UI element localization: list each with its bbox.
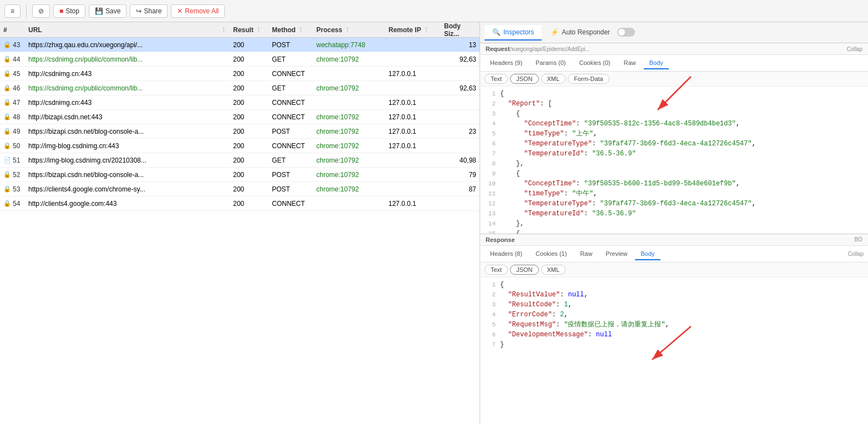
tab-auto-responder[interactable]: ⚡ Auto Responder xyxy=(543,24,643,41)
row-url: https://img-blog.csdnimg.cn/20210308... xyxy=(25,157,230,164)
row-result: 200 xyxy=(230,157,269,164)
row-remoteip: 127.0.0.1 xyxy=(385,113,441,121)
row-method: GET xyxy=(269,55,313,63)
code-line: 6 "DevelopmentMessage": null xyxy=(480,330,868,340)
save-button[interactable]: 💾 Save xyxy=(89,4,127,18)
response-format-xml[interactable]: XML xyxy=(541,265,566,275)
table-row[interactable]: 🔒48 http://bizapi.csdn.net:443 200 CONNE… xyxy=(0,110,480,124)
table-row[interactable]: 🔒47 http://csdnimg.cn:443 200 CONNECT 12… xyxy=(0,95,480,110)
table-row[interactable]: 🔒46 https://csdnimg.cn/public/common/lib… xyxy=(0,81,480,95)
row-result: 200 xyxy=(230,41,269,49)
code-line: 10 "ConceptTime": "39f50535-b600-11d5-bd… xyxy=(480,179,868,189)
row-method: CONNECT xyxy=(269,142,313,150)
request-header: Request /xuegong/api/Epidemic/AddEpi... … xyxy=(480,43,868,55)
row-result: 200 xyxy=(230,128,269,135)
table-row[interactable]: 📄51 https://img-blog.csdnimg.cn/20210308… xyxy=(0,153,480,168)
filter-button[interactable]: ⊘ xyxy=(32,4,50,18)
method-col-options-icon[interactable]: ⋮ xyxy=(298,27,304,33)
row-num: 🔒50 xyxy=(0,142,25,150)
request-tab-cookies[interactable]: Cookies (0) xyxy=(573,57,615,69)
table-header: # URL ⋮ Result ⋮ Method ⋮ Process ⋮ Remo… xyxy=(0,22,480,38)
row-url: http://clients4.google.com:443 xyxy=(25,200,230,208)
lock-green-icon: 🔒 xyxy=(3,128,11,135)
code-line: 1{ xyxy=(480,280,868,290)
row-method: CONNECT xyxy=(269,70,313,78)
row-bodysize: 23 xyxy=(441,128,480,135)
response-tab-body[interactable]: Body xyxy=(635,248,660,260)
code-line: 5 "timeType": "上午", xyxy=(480,129,868,139)
share-button[interactable]: ↪ Share xyxy=(130,4,168,18)
auto-responder-toggle[interactable] xyxy=(617,28,635,37)
request-format-json[interactable]: JSON xyxy=(510,74,538,84)
row-process: chrome:10792 xyxy=(313,55,385,63)
col-header-method: Method ⋮ xyxy=(269,26,313,34)
auto-responder-icon: ⚡ xyxy=(551,28,559,36)
process-col-options-icon[interactable]: ⋮ xyxy=(345,27,350,33)
code-line: 4 "ErrorCode": 2, xyxy=(480,310,868,320)
table-row[interactable]: 🔒44 https://csdnimg.cn/public/common/lib… xyxy=(0,52,480,67)
row-process: chrome:10792 xyxy=(313,185,385,193)
row-method: POST xyxy=(269,185,313,193)
panels-container: Request /xuegong/api/Epidemic/AddEpi... … xyxy=(480,43,868,424)
request-tab-params[interactable]: Params (0) xyxy=(530,57,571,69)
request-format-xml[interactable]: XML xyxy=(541,74,566,84)
code-line: 9 { xyxy=(480,169,868,179)
table-row[interactable]: 🔒52 https://bizapi.csdn.net/blog-console… xyxy=(0,168,480,182)
response-tab-cookies[interactable]: Cookies (1) xyxy=(530,248,572,260)
request-format-formdata[interactable]: Form-Data xyxy=(568,74,609,84)
row-bodysize: 87 xyxy=(441,185,480,193)
response-tab-preview[interactable]: Preview xyxy=(600,248,633,260)
row-remoteip: 127.0.0.1 xyxy=(385,99,441,107)
share-icon: ↪ xyxy=(136,7,142,15)
table-row[interactable]: 🔒45 http://csdnimg.cn:443 200 CONNECT 12… xyxy=(0,67,480,81)
toggle-thumb xyxy=(618,29,625,36)
response-tab-raw[interactable]: Raw xyxy=(574,248,598,260)
response-format-json[interactable]: JSON xyxy=(510,265,538,275)
row-method: CONNECT xyxy=(269,113,313,121)
row-bodysize: 13 xyxy=(441,41,480,49)
table-row[interactable]: 🔒49 https://bizapi.csdn.net/blog-console… xyxy=(0,124,480,139)
response-collapse-label[interactable]: Collap xyxy=(848,251,864,257)
response-format-text[interactable]: Text xyxy=(485,265,508,275)
response-format-tabs: Text JSON XML xyxy=(480,263,868,277)
stop-button[interactable]: ■ Stop xyxy=(53,4,85,18)
col-header-remoteip: Remote IP ⋮ xyxy=(385,26,441,34)
row-num: 🔒52 xyxy=(0,171,25,179)
row-num: 📄51 xyxy=(0,157,25,164)
row-method: GET xyxy=(269,84,313,92)
request-format-text[interactable]: Text xyxy=(485,74,508,84)
response-tab-headers[interactable]: Headers (8) xyxy=(485,248,528,260)
row-remoteip: 127.0.0.1 xyxy=(385,142,441,150)
row-process: chrome:10792 xyxy=(313,113,385,121)
row-result: 200 xyxy=(230,142,269,150)
remove-all-button[interactable]: ✕ Remove All xyxy=(171,4,225,18)
row-method: POST xyxy=(269,171,313,179)
right-panel: 🔍 Inspectors ⚡ Auto Responder Request xyxy=(480,22,868,424)
menu-button[interactable]: ≡ xyxy=(4,4,21,18)
result-col-options-icon[interactable]: ⋮ xyxy=(256,27,261,33)
row-method: POST xyxy=(269,41,313,49)
row-bodysize: 92,63 xyxy=(441,55,480,63)
lock-icon: 🔒 xyxy=(3,70,11,77)
response-collapse-btn[interactable]: BO xyxy=(855,236,862,243)
url-col-options-icon[interactable]: ⋮ xyxy=(221,27,226,33)
remoteip-col-options-icon[interactable]: ⋮ xyxy=(423,27,429,33)
toggle-track[interactable] xyxy=(617,28,635,37)
request-tab-headers[interactable]: Headers (9) xyxy=(485,57,528,69)
request-collapse-btn[interactable]: Collap xyxy=(847,46,862,52)
table-row[interactable]: 🔒53 https://clients4.google.com/chrome-s… xyxy=(0,182,480,196)
col-header-result: Result ⋮ xyxy=(230,26,269,34)
code-line: 13 "TemperatureId": "36.5-36.9" xyxy=(480,209,868,219)
row-remoteip: 127.0.0.1 xyxy=(385,128,441,135)
request-tab-body[interactable]: Body xyxy=(644,57,669,69)
tab-inspectors[interactable]: 🔍 Inspectors xyxy=(485,25,542,41)
table-row[interactable]: 🔒43 https://zhxg.qau.edu.cn/xuegong/api/… xyxy=(0,38,480,52)
row-process: wechatapp:7748 xyxy=(313,41,385,49)
code-line: 2 "Report": [ xyxy=(480,99,868,109)
request-tab-raw[interactable]: Raw xyxy=(618,57,642,69)
row-result: 200 xyxy=(230,84,269,92)
response-section: Response BO Headers (8) Cookies (1) Raw … xyxy=(480,234,868,425)
row-bodysize: 79 xyxy=(441,171,480,179)
table-row[interactable]: 🔒50 http://img-blog.csdnimg.cn:443 200 C… xyxy=(0,139,480,153)
table-row[interactable]: 🔒54 http://clients4.google.com:443 200 C… xyxy=(0,196,480,211)
